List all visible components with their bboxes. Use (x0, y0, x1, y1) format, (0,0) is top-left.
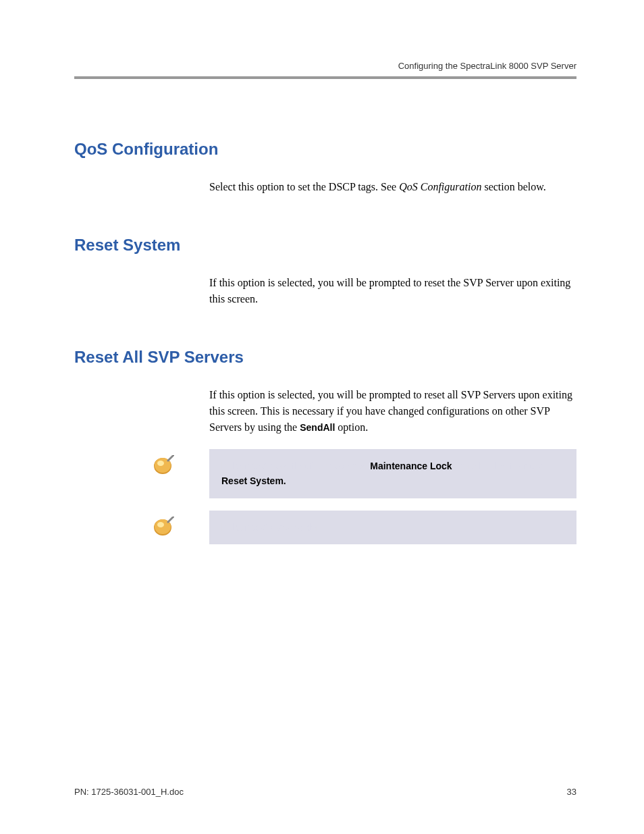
pushpin-icon (152, 452, 176, 477)
page-footer: PN: 1725-36031-001_H.doc 33 (74, 787, 576, 797)
header-rule (74, 76, 576, 79)
heading-qos: QoS Configuration (74, 140, 576, 159)
footer-page-number: 33 (567, 787, 576, 797)
svg-point-5 (157, 522, 164, 527)
note-box: hidden text here that fills the space Ma… (209, 449, 576, 498)
body-bold: SendAll (300, 422, 335, 433)
body-text: option. (335, 421, 368, 433)
note-bold-text: Maintenance Lock (370, 461, 452, 471)
footer-doc-id: PN: 1725-36031-001_H.doc (74, 787, 184, 797)
body-reset-all: If this option is selected, you will be … (209, 387, 576, 436)
running-header: Configuring the SpectraLink 8000 SVP Ser… (74, 61, 576, 71)
note-block-1: hidden text here that fills the space Ma… (74, 449, 576, 498)
heading-reset-system: Reset System (74, 236, 576, 255)
body-italic: QoS Configuration (399, 181, 481, 192)
pushpin-icon (152, 514, 176, 538)
body-reset-system: If this option is selected, you will be … (209, 275, 576, 307)
note-bold-text: Reset System. (221, 475, 286, 486)
note-block-2: hidden text placeholder (74, 511, 576, 544)
svg-point-2 (157, 461, 164, 466)
body-text: section below. (481, 181, 545, 192)
note-icon-wrap (74, 449, 209, 479)
body-qos: Select this option to set the DSCP tags.… (209, 179, 576, 195)
body-text: Select this option to set the DSCP tags.… (209, 181, 399, 192)
body-text: If this option is selected, you will be … (209, 389, 572, 433)
note-icon-wrap (74, 511, 209, 541)
heading-reset-all: Reset All SVP Servers (74, 348, 576, 367)
note-box: hidden text placeholder (209, 511, 576, 544)
